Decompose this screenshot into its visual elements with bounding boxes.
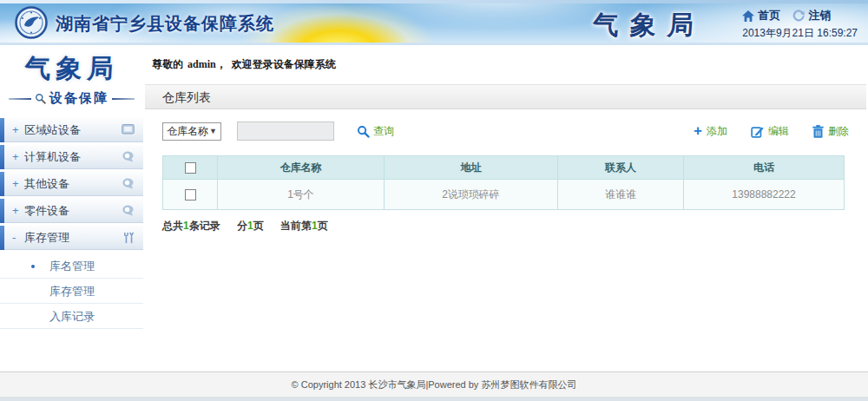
sidebar-item-label: 其他设备 bbox=[24, 176, 122, 192]
chevron-down-icon: ▼ bbox=[209, 127, 217, 135]
edit-button-label: 编辑 bbox=[768, 124, 789, 139]
magnifier-icon bbox=[35, 93, 46, 104]
sidebar-menu: + 区域站设备 + 计算机设备 + 其他设备 bbox=[0, 118, 143, 250]
greeting-prefix: 尊敬的 bbox=[152, 58, 183, 70]
comment-icon bbox=[122, 178, 135, 189]
toolbar: 仓库名称 ▼ 查询 + 添加 bbox=[162, 122, 849, 141]
table-row[interactable]: 1号个 2说琐琐碎碎 谁谁谁 13988882222 bbox=[163, 180, 845, 210]
sidebar-item-label: 计算机设备 bbox=[24, 149, 122, 165]
decor-line-right bbox=[112, 98, 135, 100]
home-link[interactable]: 首页 bbox=[758, 8, 780, 23]
brand-title: 气象局 bbox=[592, 8, 707, 43]
sidebar-item-label: 库存管理 bbox=[24, 230, 123, 246]
sidebar-item-computer[interactable]: + 计算机设备 bbox=[0, 145, 143, 169]
column-header-phone: 电话 bbox=[684, 156, 845, 180]
greeting-suffix: 欢迎登录设备保障系统 bbox=[232, 58, 336, 70]
warehouse-table: 仓库名称 地址 联系人 电话 1号个 2说琐琐碎碎 谁谁谁 139888822 bbox=[162, 155, 845, 210]
add-button[interactable]: + 添加 bbox=[694, 124, 727, 139]
filter-field-select[interactable]: 仓库名称 ▼ bbox=[162, 122, 221, 141]
sidebar-submenu: 库名管理 库存管理 入库记录 bbox=[0, 253, 143, 329]
collapse-minus-icon: - bbox=[12, 231, 22, 244]
trash-icon bbox=[812, 125, 824, 138]
comment-icon bbox=[122, 205, 135, 216]
decor-line-left bbox=[9, 98, 31, 100]
edit-icon bbox=[751, 125, 764, 138]
app-title: 湖南省宁乡县设备保障系统 bbox=[56, 12, 274, 36]
bottom-strip bbox=[0, 397, 868, 401]
search-input[interactable] bbox=[237, 122, 334, 141]
filter-selected-option: 仓库名称 bbox=[167, 124, 208, 139]
column-header-contact: 联系人 bbox=[558, 156, 684, 180]
submenu-item-inventory[interactable]: 库存管理 bbox=[0, 279, 143, 304]
search-button[interactable]: 查询 bbox=[357, 124, 394, 139]
app-header: 湖南省宁乡县设备保障系统 气象局 首页 注销 2013年9月21日 16:59:… bbox=[0, 0, 868, 45]
edit-button[interactable]: 编辑 bbox=[751, 124, 789, 139]
column-header-name: 仓库名称 bbox=[218, 156, 385, 180]
row-checkbox[interactable] bbox=[185, 189, 196, 200]
expand-plus-icon: + bbox=[12, 204, 22, 217]
datetime-label: 2013年9月21日 16:59:27 bbox=[742, 26, 858, 41]
body-row: 气象局 设备保障 + 区域站设备 bbox=[0, 45, 868, 371]
sidebar-item-label: 零件设备 bbox=[24, 203, 122, 219]
greeting-username: admin， bbox=[187, 58, 227, 70]
sidebar-item-parts[interactable]: + 零件设备 bbox=[0, 199, 143, 223]
submenu-item-label: 库存管理 bbox=[49, 285, 95, 298]
search-icon bbox=[357, 125, 370, 138]
expand-plus-icon: + bbox=[12, 150, 22, 163]
table-header-row: 仓库名称 地址 联系人 电话 bbox=[163, 156, 845, 180]
select-all-checkbox[interactable] bbox=[185, 162, 196, 174]
footer: © Copyright 2013 长沙市气象局|Powered by 苏州梦图软… bbox=[0, 371, 868, 401]
page: 湖南省宁乡县设备保障系统 气象局 首页 注销 2013年9月21日 16:59:… bbox=[0, 0, 868, 401]
header-right: 首页 注销 2013年9月21日 16:59:27 bbox=[742, 8, 858, 41]
sidebar-logo-subtitle: 设备保障 bbox=[49, 90, 108, 107]
cell-contact: 谁谁谁 bbox=[558, 180, 684, 210]
delete-button[interactable]: 删除 bbox=[812, 124, 849, 139]
row-checkbox-cell bbox=[163, 180, 218, 210]
expand-plus-icon: + bbox=[12, 177, 22, 190]
delete-button-label: 删除 bbox=[828, 124, 849, 139]
submenu-item-warehouse-names[interactable]: 库名管理 bbox=[0, 253, 143, 279]
greeting: 尊敬的admin，欢迎登录设备保障系统 bbox=[145, 45, 866, 72]
pagination-total: 总共1条记录 bbox=[162, 220, 220, 232]
pagination-total-count: 1 bbox=[183, 220, 189, 232]
search-button-label: 查询 bbox=[373, 124, 394, 139]
sidebar-item-label: 区域站设备 bbox=[24, 122, 122, 138]
sidebar-item-other-equipment[interactable]: + 其他设备 bbox=[0, 172, 143, 196]
submenu-item-label: 入库记录 bbox=[49, 310, 95, 323]
pagination: 总共1条记录 分1页 当前第1页 bbox=[162, 219, 849, 233]
comment-icon bbox=[122, 151, 135, 162]
main-content: 尊敬的admin，欢迎登录设备保障系统 仓库列表 仓库名称 ▼ 查询 bbox=[143, 45, 868, 371]
logout-link[interactable]: 注销 bbox=[808, 8, 831, 23]
cell-warehouse-name: 1号个 bbox=[218, 180, 385, 210]
panel-body: 仓库名称 ▼ 查询 + 添加 bbox=[145, 122, 866, 233]
bureau-logo-icon bbox=[15, 6, 48, 39]
sidebar: 气象局 设备保障 + 区域站设备 bbox=[0, 45, 143, 371]
add-button-label: 添加 bbox=[707, 124, 727, 139]
plus-icon: + bbox=[694, 125, 702, 137]
header-checkbox-cell bbox=[163, 156, 218, 180]
submenu-item-label: 库名管理 bbox=[49, 260, 95, 273]
pagination-page-count: 1 bbox=[247, 220, 253, 232]
active-bullet-icon bbox=[31, 265, 35, 268]
expand-plus-icon: + bbox=[12, 123, 22, 136]
sidebar-item-inventory-management[interactable]: - 库存管理 bbox=[0, 226, 143, 250]
sidebar-item-regional-station[interactable]: + 区域站设备 bbox=[0, 118, 143, 142]
pagination-current-page: 1 bbox=[312, 220, 318, 232]
cell-address: 2说琐琐碎碎 bbox=[385, 180, 558, 210]
pagination-pages: 分1页 bbox=[237, 220, 264, 232]
tools-icon bbox=[123, 232, 135, 244]
home-icon bbox=[742, 10, 754, 22]
sidebar-logo: 气象局 设备保障 bbox=[0, 45, 143, 107]
cell-phone: 13988882222 bbox=[684, 180, 845, 210]
sidebar-logo-title: 气象局 bbox=[0, 51, 144, 87]
pagination-current: 当前第1页 bbox=[280, 220, 328, 232]
monitor-icon bbox=[122, 124, 135, 135]
column-header-address: 地址 bbox=[385, 156, 558, 180]
logout-refresh-icon bbox=[792, 10, 805, 22]
panel-title: 仓库列表 bbox=[145, 84, 866, 109]
submenu-item-inbound-records[interactable]: 入库记录 bbox=[0, 304, 143, 329]
copyright-text: © Copyright 2013 长沙市气象局|Powered by 苏州梦图软… bbox=[0, 372, 868, 397]
